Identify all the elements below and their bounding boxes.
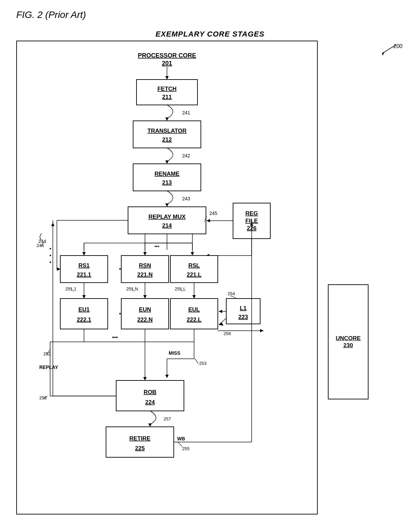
- svg-text:221.1: 221.1: [77, 271, 91, 278]
- svg-text:252: 252: [43, 351, 51, 356]
- svg-text:EUN: EUN: [139, 306, 151, 313]
- svg-text:222.1: 222.1: [77, 316, 91, 323]
- svg-rect-78: [121, 299, 169, 329]
- svg-text:223: 223: [238, 314, 248, 320]
- svg-rect-6: [136, 80, 197, 105]
- svg-rect-21: [128, 207, 206, 234]
- ref-200: 200: [375, 43, 402, 57]
- ref-200-label: 200: [393, 43, 402, 49]
- svg-rect-11: [133, 121, 201, 148]
- svg-text:ROB: ROB: [144, 389, 156, 395]
- svg-text:255: 255: [182, 446, 190, 451]
- svg-marker-138: [51, 223, 55, 226]
- svg-marker-91: [219, 322, 224, 326]
- svg-text:221.L: 221.L: [187, 271, 201, 278]
- uncore-num: 230: [343, 342, 353, 349]
- svg-marker-14: [165, 160, 169, 164]
- svg-text:EU1: EU1: [78, 306, 89, 313]
- svg-marker-111: [165, 375, 169, 378]
- svg-text:RSL: RSL: [188, 262, 200, 269]
- svg-text:•: •: [49, 259, 51, 265]
- svg-marker-46: [143, 252, 147, 256]
- svg-text:222.L: 222.L: [187, 316, 201, 323]
- svg-text:MISS: MISS: [169, 350, 180, 356]
- svg-text:212: 212: [162, 136, 172, 143]
- svg-rect-16: [133, 164, 201, 191]
- svg-marker-44: [82, 252, 86, 256]
- svg-text:242: 242: [182, 153, 190, 158]
- svg-text:FETCH: FETCH: [158, 86, 177, 92]
- svg-rect-120: [106, 427, 174, 457]
- svg-text:243: 243: [182, 196, 190, 201]
- svg-text:REPLAY: REPLAY: [39, 365, 58, 370]
- uncore-label: UNCORE: [336, 335, 361, 342]
- svg-text:213: 213: [162, 179, 172, 186]
- svg-text:241: 241: [182, 110, 190, 115]
- svg-marker-48: [191, 252, 194, 256]
- svg-text:•: •: [49, 252, 51, 258]
- svg-marker-31: [207, 219, 210, 222]
- svg-rect-56: [121, 256, 169, 283]
- svg-text:245: 245: [209, 211, 217, 216]
- svg-text:RETIRE: RETIRE: [129, 435, 150, 442]
- svg-text:258: 258: [39, 395, 47, 400]
- svg-marker-19: [165, 203, 169, 207]
- svg-text:256: 256: [224, 331, 231, 336]
- svg-text:TRANSLATOR: TRANSLATOR: [147, 128, 187, 134]
- svg-text:224: 224: [145, 399, 155, 405]
- svg-text:211: 211: [162, 94, 172, 100]
- svg-marker-135: [57, 267, 60, 271]
- svg-text:222.N: 222.N: [137, 316, 152, 323]
- svg-text:253: 253: [199, 361, 207, 366]
- svg-text:PROCESSOR CORE: PROCESSOR CORE: [138, 52, 196, 59]
- svg-text:201: 201: [162, 60, 172, 67]
- uncore-box: UNCORE 230: [328, 284, 369, 399]
- svg-marker-1: [382, 51, 385, 56]
- svg-text:257: 257: [164, 416, 171, 421]
- svg-text:WB: WB: [177, 436, 185, 441]
- diagram-title: EXEMPLARY CORE STAGES: [0, 30, 420, 39]
- svg-text:RSN: RSN: [139, 262, 151, 269]
- svg-rect-74: [60, 299, 108, 329]
- svg-text:L1: L1: [240, 305, 247, 311]
- svg-text:RS1: RS1: [78, 262, 89, 269]
- svg-text:•: •: [49, 246, 51, 251]
- svg-rect-115: [116, 380, 184, 411]
- svg-marker-5: [165, 76, 169, 80]
- svg-marker-118: [148, 423, 152, 427]
- svg-text:214: 214: [162, 222, 172, 229]
- page-title: FIG. 2 (Prior Art): [16, 9, 86, 20]
- diagram-svg: PROCESSOR CORE 201 FETCH 211 241 TRANSLA…: [16, 41, 318, 514]
- svg-text:•••: •••: [112, 334, 118, 340]
- svg-text:RENAME: RENAME: [154, 171, 180, 177]
- svg-text:REG: REG: [246, 210, 258, 217]
- svg-marker-71: [143, 295, 147, 299]
- svg-rect-52: [60, 256, 108, 283]
- svg-text:•••: •••: [154, 244, 160, 249]
- svg-rect-81: [170, 299, 218, 329]
- svg-marker-9: [165, 117, 169, 121]
- svg-text:221.N: 221.N: [137, 271, 152, 278]
- svg-text:REPLAY MUX: REPLAY MUX: [148, 214, 186, 220]
- svg-text:EUL: EUL: [188, 306, 200, 313]
- svg-marker-89: [219, 310, 222, 313]
- svg-marker-69: [82, 295, 86, 299]
- svg-text:251.N: 251.N: [126, 286, 138, 291]
- svg-marker-113: [143, 377, 147, 380]
- svg-marker-94: [260, 329, 264, 332]
- svg-text:254: 254: [228, 291, 235, 296]
- svg-rect-59: [170, 256, 218, 283]
- svg-text:225: 225: [135, 445, 145, 452]
- svg-marker-73: [192, 295, 196, 299]
